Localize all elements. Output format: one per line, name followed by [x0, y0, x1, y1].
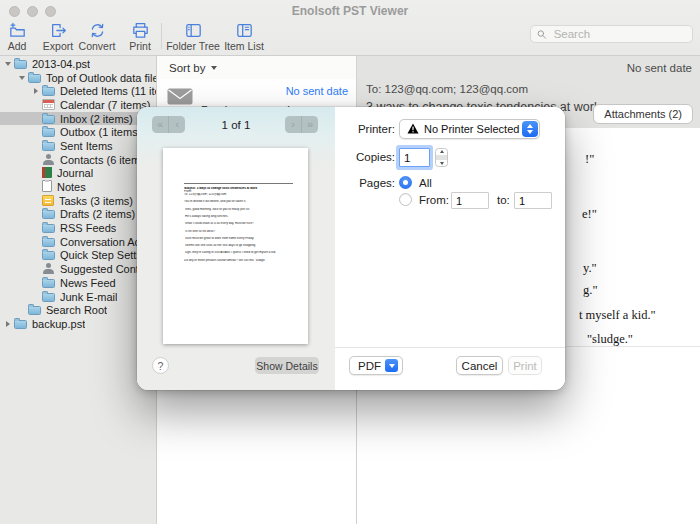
envelope-icon: [167, 88, 193, 109]
print-icon: [132, 22, 149, 39]
toolbar-label: Convert: [79, 40, 116, 52]
add-folder-icon: [9, 22, 26, 39]
pages-all-radio[interactable]: [399, 176, 412, 189]
disclosure-open-icon[interactable]: [17, 76, 27, 80]
copies-stepper[interactable]: [435, 148, 448, 167]
pages-range-radio[interactable]: [399, 193, 412, 206]
sidebar-item-news-feed[interactable]: News Feed: [0, 276, 156, 290]
dialog-footer-divider: [335, 347, 565, 348]
convert-button[interactable]: Convert: [74, 22, 120, 52]
folder-icon: [28, 306, 41, 315]
show-details-button[interactable]: Show Details: [255, 357, 319, 374]
body-text-fragment: g.": [583, 283, 597, 298]
sidebar-item-contacts[interactable]: Contacts (6 items): [0, 153, 156, 167]
add-button[interactable]: Add: [0, 22, 40, 52]
sidebar-item-suggested-contacts[interactable]: Suggested Contacts: [0, 262, 156, 276]
item-list-icon: [236, 22, 253, 39]
window-title: Enolsoft PST Viewer: [0, 4, 700, 18]
copies-input[interactable]: [399, 148, 430, 167]
tasks-icon: [42, 195, 54, 206]
sidebar-item-junk-email[interactable]: Junk E-mail: [0, 290, 156, 304]
cancel-button[interactable]: Cancel: [456, 356, 503, 375]
search-field[interactable]: [530, 25, 693, 43]
folder-icon: [14, 320, 27, 329]
message-sent-date: No sent date: [627, 62, 692, 74]
disclosure-closed-icon[interactable]: [31, 88, 41, 94]
toolbar-label: Print: [129, 40, 151, 52]
search-icon: [537, 29, 547, 40]
folder-icon: [42, 293, 55, 302]
print-preview-pane: « ‹ 1 of 1 › » Subject: 3 ways to change…: [137, 107, 335, 390]
sidebar-item-journal[interactable]: Journal: [0, 167, 156, 181]
chevron-down-icon: [211, 66, 217, 70]
folder-icon: [42, 115, 55, 124]
print-confirm-button[interactable]: Print: [508, 356, 542, 375]
toolbar: Add Export: [0, 19, 700, 55]
printer-popup-button[interactable]: No Printer Selected: [399, 119, 540, 139]
sidebar-item-notes[interactable]: Notes: [0, 180, 156, 194]
toolbar-label: Item List: [224, 40, 264, 52]
sidebar-item-sent-items[interactable]: Sent Items: [0, 139, 156, 153]
stepper-down-icon[interactable]: [436, 160, 447, 166]
folder-icon: [42, 238, 55, 247]
attachments-button[interactable]: Attachments (2): [593, 104, 693, 124]
app-window: Enolsoft PST Viewer Add E: [0, 0, 700, 524]
sort-by-label: Sort by: [169, 62, 205, 74]
toolbar-label: Export: [43, 40, 73, 52]
warning-icon: [407, 120, 419, 138]
pdf-label: PDF: [358, 360, 381, 372]
sidebar-item-top-of-outlook[interactable]: Top of Outlook data file: [0, 71, 156, 85]
sidebar-item-search-root[interactable]: Search Root: [0, 303, 156, 317]
sidebar-item-deleted-items[interactable]: Deleted Items (11 items): [0, 84, 156, 98]
notes-icon: [42, 180, 52, 192]
item-list-button[interactable]: Item List: [221, 22, 267, 52]
folder-tree-icon: [185, 22, 202, 39]
folder-sidebar: 2013-04.pst Top of Outlook data file Del…: [0, 56, 157, 524]
folder-icon: [42, 251, 55, 260]
sidebar-item-outbox[interactable]: Outbox (1 items): [0, 125, 156, 139]
sidebar-item-drafts[interactable]: Drafts (2 items): [0, 208, 156, 222]
pages-all-label: All: [419, 177, 432, 189]
sidebar-item-inbox[interactable]: Inbox (2 items): [0, 112, 156, 126]
sort-by-control[interactable]: Sort by: [157, 56, 356, 80]
folder-tree-button[interactable]: Folder Tree: [167, 22, 219, 52]
folder-icon: [42, 210, 55, 219]
sidebar-item-conversation-action[interactable]: Conversation Action Se: [0, 235, 156, 249]
folder-icon: [28, 74, 41, 83]
pdf-menu-button[interactable]: PDF: [349, 356, 403, 375]
sidebar-item-tasks[interactable]: Tasks (3 items): [0, 194, 156, 208]
window-header: Enolsoft PST Viewer Add E: [0, 0, 700, 56]
body-text-fragment: "sludge.": [587, 332, 633, 347]
search-input[interactable]: [552, 27, 686, 41]
journal-icon: [42, 167, 52, 179]
sidebar-item-2013-04-pst[interactable]: 2013-04.pst: [0, 57, 156, 71]
page-nav-forward-group: › »: [285, 116, 318, 133]
print-dialog: « ‹ 1 of 1 › » Subject: 3 ways to change…: [137, 107, 565, 390]
next-page-button[interactable]: ›: [285, 116, 301, 133]
popup-stepper-icon: [522, 121, 538, 137]
pages-to-input[interactable]: [514, 192, 552, 209]
disclosure-open-icon[interactable]: [3, 62, 13, 66]
message-date: No sent date: [286, 85, 348, 97]
folder-icon: [42, 279, 55, 288]
folder-icon: [42, 128, 55, 137]
folder-icon: [42, 142, 55, 151]
last-page-button[interactable]: »: [302, 116, 318, 133]
preview-text-block: Subject: 3 ways to change toxic tendenci…: [184, 183, 293, 262]
pages-from-input[interactable]: [451, 192, 489, 209]
body-text-fragment: t myself a kid.": [579, 308, 656, 323]
sidebar-item-backup-pst[interactable]: backup.pst: [0, 317, 156, 331]
print-button[interactable]: Print: [117, 22, 163, 52]
body-text-fragment: y.": [583, 261, 597, 276]
toolbar-label: Add: [8, 40, 27, 52]
sidebar-item-calendar[interactable]: Calendar (7 items): [0, 98, 156, 112]
folder-icon: [42, 87, 55, 96]
printer-value: No Printer Selected: [424, 123, 519, 135]
sidebar-item-quick-step-settings[interactable]: Quick Step Settings: [0, 249, 156, 263]
disclosure-closed-icon[interactable]: [3, 321, 13, 327]
contacts-icon: [42, 154, 55, 165]
contacts-icon: [42, 263, 55, 274]
sidebar-item-rss-feeds[interactable]: RSS Feeds: [0, 221, 156, 235]
pages-from-label: From:: [419, 194, 449, 206]
help-button[interactable]: ?: [152, 357, 169, 374]
